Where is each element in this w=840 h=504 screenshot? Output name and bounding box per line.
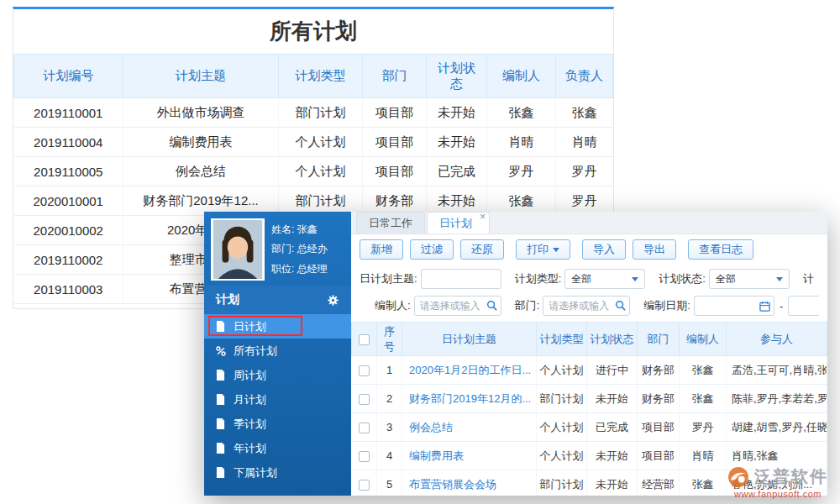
cell-type: 部门计划: [537, 470, 587, 496]
cell-dept: 项目部: [363, 157, 427, 186]
table-row[interactable]: 3 例会总结 个人计划 已完成 项目部 罗丹 胡建,胡雪,罗丹,任晓...: [352, 413, 827, 442]
dept-filter-label: 部门:: [515, 298, 540, 313]
search-icon[interactable]: [486, 300, 497, 311]
cell-subject: 编制费用表: [123, 128, 279, 157]
profile-dept: 部门: 总经办: [271, 239, 328, 259]
cell-compiler: 肖晴: [487, 128, 556, 157]
avatar-photo: [213, 220, 263, 279]
cell-type: 个人计划: [537, 442, 587, 470]
export-button[interactable]: 导出: [633, 239, 676, 260]
table-header-row: 序号 日计划主题 计划类型 计划状态 部门 编制人 参与人: [352, 323, 827, 356]
date-filter-label: 编制日期:: [643, 298, 690, 313]
sidebar-item-daily-plan[interactable]: 日计划: [204, 314, 351, 339]
sidebar-item-label: 月计划: [234, 392, 266, 407]
plan-module-window: 姓名: 张鑫 部门: 总经办 职位: 总经理 计划: [204, 212, 827, 496]
cell-compiler: 张鑫: [680, 385, 727, 413]
cell-subject-link[interactable]: 编制费用表: [402, 442, 537, 470]
sidebar-section-title: 计划: [216, 292, 239, 307]
cell-participants: 陈菲,罗丹,李若若,罗...: [727, 385, 827, 413]
table-row[interactable]: 2019110004 编制费用表 个人计划 项目部 未开始 肖晴 肖晴: [14, 128, 613, 157]
cell-subject-link[interactable]: 财务部门2019年12月的...: [402, 385, 537, 413]
cell-status: 已完成: [587, 413, 638, 442]
sidebar-item-quarterly-plan[interactable]: 季计划: [204, 412, 351, 436]
row-checkbox[interactable]: [359, 423, 370, 433]
cell-compiler: 罗丹: [487, 157, 556, 186]
caret-down-icon: [776, 277, 783, 281]
cell-plan-id: 2020010001: [14, 186, 123, 216]
type-filter-select[interactable]: 全部: [564, 269, 645, 289]
tab-daily-work[interactable]: 日常工作: [356, 212, 425, 234]
table-row[interactable]: 2019110005 例会总结 个人计划 项目部 已完成 罗丹 罗丹: [14, 157, 613, 186]
sidebar-item-subordinate-plan[interactable]: 下属计划: [204, 460, 351, 485]
col-plan-id: 计划编号: [14, 55, 123, 98]
cell-subject-link[interactable]: 布置营销展会会场: [402, 470, 537, 496]
profile-name: 姓名: 张鑫: [271, 220, 328, 239]
cell-owner: 罗丹: [556, 157, 613, 186]
col-compiler: 编制人: [487, 55, 556, 98]
avatar: [211, 218, 265, 281]
view-log-button[interactable]: 查看日志: [688, 239, 753, 260]
tab-daily-plan[interactable]: 日计划 ×: [427, 212, 490, 234]
row-checkbox[interactable]: [359, 394, 370, 405]
import-button[interactable]: 导入: [582, 239, 626, 260]
print-button[interactable]: 打印: [516, 239, 570, 260]
row-checkbox[interactable]: [359, 451, 370, 462]
cell-dept: 经营部: [638, 470, 680, 496]
col-dept: 部门: [363, 55, 427, 98]
cell-dept: 项目部: [363, 98, 427, 128]
status-filter-label: 计划状态:: [659, 271, 706, 286]
table-row[interactable]: 2019110001 外出做市场调查 部门计划 项目部 未开始 张鑫 张鑫: [14, 98, 613, 128]
subject-filter-label: 日计划主题:: [360, 271, 417, 286]
sidebar-item-label: 年计划: [234, 441, 266, 456]
restore-button[interactable]: 还原: [460, 239, 504, 260]
screenshot-root: 所有计划 计划编号 计划主题 计划类型 部门 计划状态 编制人 负责人: [0, 0, 840, 504]
close-icon[interactable]: ×: [480, 212, 486, 222]
cell-subject-link[interactable]: 例会总结: [402, 413, 537, 442]
cell-compiler: 张鑫: [680, 470, 727, 496]
cell-participants: 孟浩,王可可,肖晴,张鑫...: [727, 356, 827, 385]
cell-status: 进行中: [587, 356, 638, 385]
caret-down-icon: [553, 248, 559, 252]
filter-row-2: 编制人: 部门: 编制日期:: [360, 295, 819, 317]
cell-select: [352, 356, 377, 385]
search-icon[interactable]: [615, 300, 626, 311]
col-compiler: 编制人: [680, 323, 727, 356]
cell-compiler: 张鑫: [487, 98, 556, 128]
cell-select: [352, 442, 377, 470]
col-owner: 负责人: [556, 55, 613, 98]
filter-button[interactable]: 过滤: [410, 239, 454, 260]
cell-status: 未开始: [427, 128, 487, 157]
document-icon: [216, 467, 227, 478]
col-status: 计划状态: [427, 55, 487, 98]
cell-compiler: 罗丹: [680, 413, 727, 442]
date-from-input[interactable]: [694, 296, 774, 316]
add-button[interactable]: 新增: [360, 239, 403, 260]
cell-type: 个人计划: [279, 157, 363, 186]
status-filter-select[interactable]: 全部: [709, 269, 790, 289]
row-checkbox[interactable]: [359, 480, 370, 491]
date-to-input[interactable]: [788, 296, 819, 316]
cell-plan-id: 2019110004: [14, 128, 123, 157]
type-filter-label: 计划类型:: [515, 271, 562, 286]
subject-filter-input[interactable]: [421, 269, 501, 289]
cell-dept: 财务部: [638, 385, 680, 413]
cell-subject-link[interactable]: 2020年1月2日的工作日...: [402, 356, 537, 385]
cell-dept: 财务部: [638, 356, 680, 385]
gear-icon[interactable]: [327, 294, 339, 307]
profile-info: 姓名: 张鑫 部门: 总经办 职位: 总经理: [271, 218, 328, 279]
row-checkbox[interactable]: [359, 365, 370, 376]
table-row[interactable]: 2 财务部门2019年12月的... 部门计划 未开始 财务部 张鑫 陈菲,罗丹…: [352, 385, 827, 413]
sidebar-item-label: 季计划: [234, 417, 266, 432]
tab-label: 日计划: [439, 217, 472, 229]
sidebar-item-weekly-plan[interactable]: 周计划: [204, 363, 351, 387]
table-row[interactable]: 1 2020年1月2日的工作日... 个人计划 进行中 财务部 张鑫 孟浩,王可…: [352, 356, 827, 385]
sidebar-item-all-plans[interactable]: 所有计划: [204, 339, 351, 363]
document-icon: [216, 370, 227, 381]
sidebar-item-annual-plan[interactable]: 年计划: [204, 436, 351, 460]
select-all-checkbox[interactable]: [359, 334, 370, 345]
col-select: [352, 323, 377, 356]
cell-select: [352, 413, 377, 442]
sidebar-item-monthly-plan[interactable]: 月计划: [204, 387, 351, 412]
cell-dept: 项目部: [638, 442, 680, 470]
sidebar: 姓名: 张鑫 部门: 总经办 职位: 总经理 计划: [204, 212, 351, 496]
